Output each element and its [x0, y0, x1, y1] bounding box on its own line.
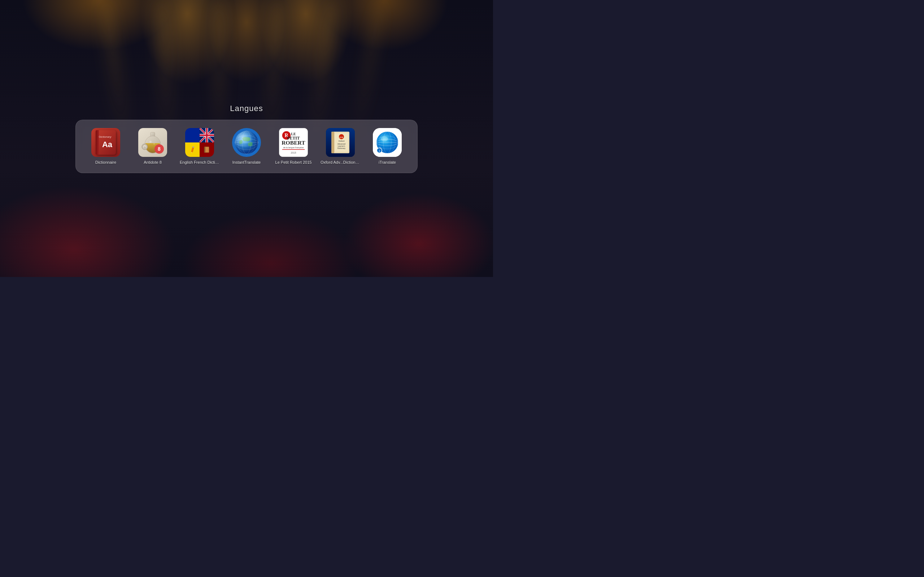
svg-text:LE: LE: [291, 132, 296, 136]
app-icon-antidote: 8 ⚙: [138, 128, 167, 157]
flag-uk-top: [200, 128, 214, 142]
svg-rect-43: [331, 132, 334, 153]
svg-point-31: [235, 131, 258, 154]
app-icon-itranslate: i: [373, 128, 402, 157]
app-label-instant: InstantTranslate: [233, 160, 261, 165]
itranslate-svg: i: [373, 128, 402, 157]
aa-label: Aa: [102, 140, 112, 149]
svg-text:OX: OX: [340, 135, 344, 139]
svg-point-4: [149, 141, 152, 143]
app-item-dictionnaire[interactable]: Dictionary Aa Dictionnaire: [86, 128, 126, 165]
svg-text:Oxford: Oxford: [339, 140, 345, 142]
svg-text:ROBERT: ROBERT: [281, 140, 305, 146]
book-body: Dictionary Aa: [96, 130, 116, 155]
app-label-oxford: Oxford Adv...Dictionary: [320, 160, 360, 165]
robert-svg: R LE PETIT ROBERT de la langue française…: [279, 128, 307, 157]
section-title: Langues: [230, 104, 263, 113]
app-label-robert: Le Petit Robert 2015: [275, 160, 312, 165]
flag-container: [185, 128, 214, 157]
book-label: Dictionary: [99, 135, 111, 139]
app-item-enfr-dict[interactable]: English French Dictionary: [180, 128, 220, 165]
svg-rect-24: [204, 147, 205, 153]
app-item-instanttranslate[interactable]: InstantTranslate: [227, 128, 267, 165]
app-item-oxford[interactable]: OX Oxford Advanced Learner's Dictionary …: [320, 128, 360, 165]
svg-text:de la langue française: de la langue française: [283, 146, 304, 148]
app-icon-dictionnaire: Dictionary Aa: [91, 128, 120, 157]
app-icon-oxford: OX Oxford Advanced Learner's Dictionary: [326, 128, 355, 157]
app-item-itranslate[interactable]: i iTranslate: [367, 128, 407, 165]
app-label-enfr: English French Dictionary: [180, 160, 220, 165]
flag-fr-blue: [185, 128, 200, 142]
app-icon-enfr: [185, 128, 214, 157]
app-label-itranslate: iTranslate: [379, 160, 396, 165]
svg-text:8: 8: [158, 146, 161, 152]
flag-fr-red: [200, 142, 214, 157]
app-item-antidote[interactable]: 8 ⚙ Antidote 8: [133, 128, 173, 165]
apps-shelf: Dictionary Aa Dictionnaire: [76, 120, 418, 173]
globe-svg: [232, 128, 261, 157]
svg-text:2015: 2015: [291, 152, 296, 154]
svg-text:Dictionary: Dictionary: [338, 147, 346, 149]
oxford-svg: OX Oxford Advanced Learner's Dictionary: [326, 128, 355, 157]
app-item-robert[interactable]: R LE PETIT ROBERT de la langue française…: [274, 128, 313, 165]
uk-flag-svg: [200, 128, 214, 142]
book-spine: [96, 130, 99, 155]
app-label-antidote: Antidote 8: [144, 160, 162, 165]
svg-point-58: [381, 136, 388, 141]
flag-fr-yellow: [185, 142, 200, 157]
app-icon-robert: R LE PETIT ROBERT de la langue française…: [279, 128, 308, 157]
app-icon-instant: [232, 128, 261, 157]
svg-text:⚙: ⚙: [144, 146, 146, 148]
app-label-dictionnaire: Dictionnaire: [95, 160, 116, 165]
book-svg: [203, 146, 211, 154]
page-container: Langues Dictionary Aa Dictionnaire: [0, 0, 493, 277]
pencil-svg: [188, 145, 197, 154]
svg-point-5: [153, 143, 155, 145]
antidote-svg: 8 ⚙: [138, 128, 167, 157]
